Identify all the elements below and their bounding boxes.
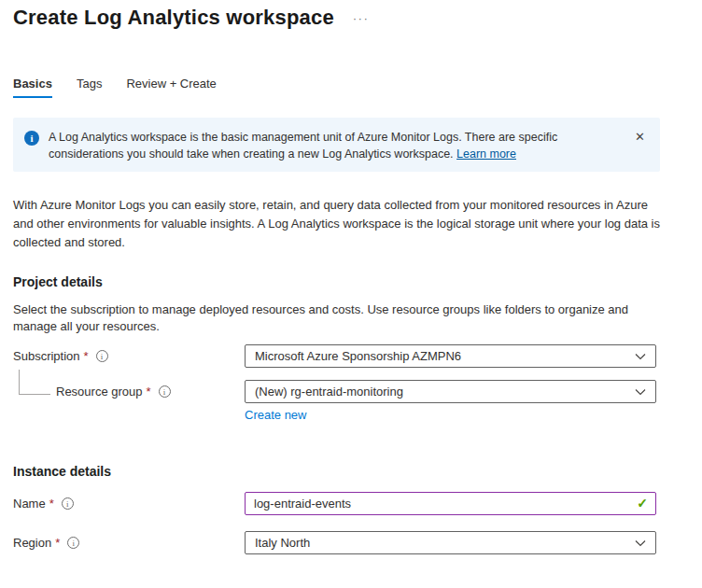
- wizard-tabs: Basics Tags Review + Create: [13, 77, 689, 98]
- region-value: Italy North: [255, 536, 310, 550]
- intro-paragraph: With Azure Monitor Logs you can easily s…: [13, 196, 667, 252]
- project-details-description: Select the subscription to manage deploy…: [13, 301, 667, 335]
- info-banner: i A Log Analytics workspace is the basic…: [13, 118, 660, 172]
- tab-tags[interactable]: Tags: [77, 77, 102, 98]
- resource-group-label-text: Resource group: [56, 385, 143, 399]
- subscription-dropdown[interactable]: Microsoft Azure Sponsorship AZMPN6: [245, 344, 656, 368]
- chevron-down-icon: [635, 539, 646, 547]
- subscription-label: Subscription * i: [13, 349, 245, 363]
- page-title: Create Log Analytics workspace: [13, 6, 334, 30]
- chevron-down-icon: [635, 388, 646, 396]
- resource-group-value: (New) rg-entraid-monitoring: [255, 385, 403, 399]
- info-hint-icon[interactable]: i: [159, 385, 171, 398]
- region-label: Region * i: [13, 536, 245, 550]
- project-details-form: Subscription * i Microsoft Azure Sponsor…: [13, 344, 689, 423]
- create-new-link[interactable]: Create new: [245, 408, 306, 422]
- subscription-value: Microsoft Azure Sponsorship AZMPN6: [255, 349, 461, 363]
- create-log-analytics-workspace-blade: Create Log Analytics workspace ··· Basic…: [0, 0, 702, 588]
- required-asterisk: *: [84, 349, 89, 363]
- resource-group-tree-connector: [19, 370, 50, 395]
- info-hint-icon[interactable]: i: [96, 350, 108, 362]
- name-input[interactable]: [245, 492, 656, 515]
- blade-header: Create Log Analytics workspace ···: [13, 6, 689, 30]
- instance-details-heading: Instance details: [13, 464, 689, 479]
- resource-group-dropdown[interactable]: (New) rg-entraid-monitoring: [245, 380, 656, 403]
- more-menu-icon[interactable]: ···: [353, 13, 370, 24]
- required-asterisk: *: [55, 536, 60, 550]
- info-banner-text: A Log Analytics workspace is the basic m…: [49, 129, 614, 162]
- name-label-text: Name: [13, 497, 46, 511]
- required-asterisk: *: [147, 385, 151, 399]
- tab-basics[interactable]: Basics: [13, 77, 52, 98]
- learn-more-link[interactable]: Learn more: [456, 147, 516, 161]
- name-label: Name * i: [13, 497, 245, 511]
- tab-review-create[interactable]: Review + Create: [126, 77, 216, 98]
- instance-details-form: Name * i ✓ Region * i Italy North: [13, 492, 689, 554]
- chevron-down-icon: [635, 353, 646, 360]
- info-hint-icon[interactable]: i: [67, 537, 79, 549]
- project-details-heading: Project details: [13, 274, 689, 289]
- region-row: Region * i Italy North: [13, 531, 689, 554]
- name-row: Name * i ✓: [13, 492, 689, 515]
- resource-group-row: Resource group * i (New) rg-entraid-moni…: [13, 380, 689, 423]
- close-icon[interactable]: ✕: [631, 129, 649, 145]
- region-dropdown[interactable]: Italy North: [245, 531, 656, 554]
- subscription-label-text: Subscription: [13, 349, 80, 363]
- region-label-text: Region: [13, 536, 51, 550]
- info-icon: i: [24, 131, 39, 146]
- subscription-row: Subscription * i Microsoft Azure Sponsor…: [13, 344, 689, 368]
- required-asterisk: *: [49, 497, 54, 511]
- info-hint-icon[interactable]: i: [62, 497, 74, 510]
